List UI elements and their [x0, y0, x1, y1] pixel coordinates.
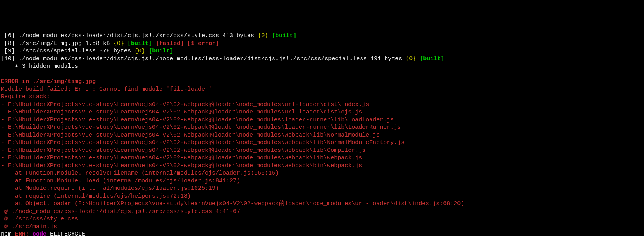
- terminal-output[interactable]: [6] ./node_modules/css-loader/dist/cjs.j…: [1, 32, 643, 236]
- at-text: at Object.loader (E:\HbuilderXProjects\v…: [1, 200, 464, 207]
- npm-err-line: npm ERR! code ELIFECYCLE: [1, 231, 643, 236]
- module-stat: {0}: [135, 48, 145, 54]
- stack-path: - E:\HbuilderXProjects\vue-study\LearnVu…: [1, 132, 380, 139]
- error-in-text: ERROR in ./src/img/timg.jpg: [1, 78, 96, 85]
- at-text: at require (internal/modules/cjs/helpers…: [1, 193, 191, 200]
- hidden-modules-text: + 3 hidden modules: [1, 63, 78, 70]
- require-stack-label-text: Require stack:: [1, 94, 50, 100]
- module-tag: [failed]: [156, 40, 184, 47]
- stack-path: - E:\HbuilderXProjects\vue-study\LearnVu…: [1, 117, 394, 123]
- module-index: [6]: [1, 32, 15, 39]
- stack-at-line: at Function.Module._resolveFilename (int…: [1, 169, 643, 177]
- require-stack-item: - E:\HbuilderXProjects\vue-study\LearnVu…: [1, 162, 643, 170]
- require-stack-item: - E:\HbuilderXProjects\vue-study\LearnVu…: [1, 147, 643, 155]
- module-chain-line: @ ./src/main.js: [1, 223, 643, 231]
- require-stack-label: Require stack:: [1, 93, 643, 101]
- module-line: [6] ./node_modules/css-loader/dist/cjs.j…: [1, 32, 643, 40]
- module-tag: [184, 40, 187, 47]
- require-stack-item: - E:\HbuilderXProjects\vue-study\LearnVu…: [1, 124, 643, 132]
- npm-err-key: code: [29, 231, 47, 236]
- module-tag: [built]: [420, 56, 444, 62]
- stack-at-line: at require (internal/modules/cjs/helpers…: [1, 193, 643, 200]
- module-tag: [built]: [272, 32, 296, 39]
- module-stat: {0}: [405, 56, 416, 62]
- npm-err-label: ERR!: [15, 231, 29, 236]
- npm-prefix: npm: [1, 231, 15, 236]
- require-stack-item: - E:\HbuilderXProjects\vue-study\LearnVu…: [1, 108, 643, 116]
- module-index: [8]: [1, 40, 15, 47]
- error-msg-text: Module build failed: Error: Cannot find …: [1, 86, 212, 93]
- module-tag: [268, 32, 272, 39]
- module-stat: {0}: [113, 40, 124, 47]
- hidden-modules: + 3 hidden modules: [1, 63, 643, 70]
- npm-err-value: ELIFECYCLE: [47, 231, 85, 236]
- stack-at-line: at Function.Module._load (internal/modul…: [1, 177, 643, 185]
- module-path: ./src/img/timg.jpg: [15, 40, 82, 47]
- blank-line: [1, 70, 643, 78]
- module-line: [8] ./src/img/timg.jpg 1.58 kB {0} [buil…: [1, 40, 643, 48]
- stack-at-line: at Module.require (internal/modules/cjs/…: [1, 185, 643, 193]
- module-tag: [145, 48, 149, 54]
- module-chain-line: @ ./src/css/style.css: [1, 215, 643, 223]
- module-tag: [124, 40, 127, 47]
- module-tag: [built]: [149, 48, 173, 54]
- error-header: ERROR in ./src/img/timg.jpg: [1, 78, 643, 86]
- module-tag: [1 error]: [187, 40, 219, 47]
- module-stat: {0}: [258, 32, 268, 39]
- require-stack-item: - E:\HbuilderXProjects\vue-study\LearnVu…: [1, 139, 643, 147]
- stack-path: - E:\HbuilderXProjects\vue-study\LearnVu…: [1, 155, 362, 161]
- module-path: ./node_modules/css-loader/dist/cjs.js!./…: [15, 32, 219, 39]
- stack-path: - E:\HbuilderXProjects\vue-study\LearnVu…: [1, 124, 401, 131]
- stack-path: - E:\HbuilderXProjects\vue-study\LearnVu…: [1, 101, 369, 108]
- stack-path: - E:\HbuilderXProjects\vue-study\LearnVu…: [1, 162, 362, 169]
- at-text: at Function.Module._resolveFilename (int…: [1, 170, 279, 177]
- error-message: Module build failed: Error: Cannot find …: [1, 86, 643, 94]
- at-text: at Module.require (internal/modules/cjs/…: [1, 185, 219, 192]
- require-stack-item: - E:\HbuilderXProjects\vue-study\LearnVu…: [1, 101, 643, 109]
- module-line: [9] ./src/css/special.less 378 bytes {0}…: [1, 47, 643, 55]
- require-stack-item: - E:\HbuilderXProjects\vue-study\LearnVu…: [1, 132, 643, 139]
- module-tag: [152, 40, 156, 47]
- module-path: ./node_modules/css-loader/dist/cjs.js!./…: [15, 56, 367, 62]
- stack-path: - E:\HbuilderXProjects\vue-study\LearnVu…: [1, 109, 362, 115]
- module-size: 1.58 kB: [82, 40, 113, 47]
- stack-path: - E:\HbuilderXProjects\vue-study\LearnVu…: [1, 139, 404, 146]
- at-text: at Function.Module._load (internal/modul…: [1, 178, 240, 184]
- module-size: 191 bytes: [367, 56, 405, 62]
- module-index: [9]: [1, 48, 15, 54]
- chain-text: @ ./src/css/style.css: [1, 216, 78, 222]
- module-tag: [416, 56, 420, 62]
- module-index: [10]: [1, 56, 15, 62]
- require-stack-item: - E:\HbuilderXProjects\vue-study\LearnVu…: [1, 116, 643, 124]
- module-tag: [built]: [127, 40, 152, 47]
- chain-text: @ ./node_modules/css-loader/dist/cjs.js!…: [1, 208, 240, 215]
- require-stack-item: - E:\HbuilderXProjects\vue-study\LearnVu…: [1, 154, 643, 162]
- chain-text: @ ./src/main.js: [1, 223, 57, 230]
- module-chain-line: @ ./node_modules/css-loader/dist/cjs.js!…: [1, 208, 643, 216]
- module-line: [10] ./node_modules/css-loader/dist/cjs.…: [1, 55, 643, 63]
- module-size: 378 bytes: [96, 48, 135, 54]
- module-path: ./src/css/special.less: [15, 48, 96, 54]
- stack-at-line: at Object.loader (E:\HbuilderXProjects\v…: [1, 200, 643, 208]
- stack-path: - E:\HbuilderXProjects\vue-study\LearnVu…: [1, 147, 366, 154]
- module-size: 413 bytes: [219, 32, 258, 39]
